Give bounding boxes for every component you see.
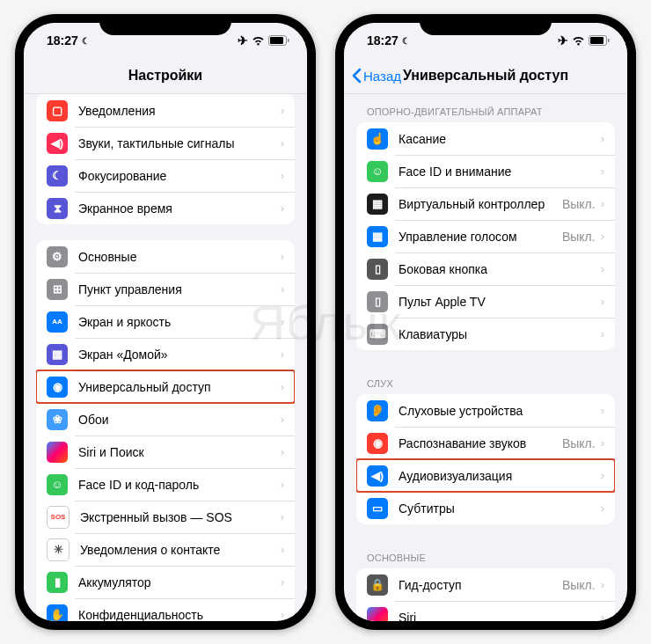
settings-row[interactable]: ✳Уведомления о контакте›: [36, 533, 295, 566]
settings-row[interactable]: ◉Распознавание звуковВыкл.›: [356, 427, 615, 459]
row-label: Управление голосом: [399, 230, 562, 244]
back-label: Назад: [363, 69, 401, 84]
row-label: Гид-доступ: [399, 578, 562, 592]
airplane-icon: ✈︎: [558, 33, 568, 48]
settings-row[interactable]: ▯Пульт Apple TV›: [356, 285, 615, 318]
chevron-right-icon: ›: [281, 250, 284, 263]
settings-row[interactable]: ▦Экран «Домой»›: [36, 338, 295, 370]
chevron-right-icon: ›: [281, 608, 284, 621]
row-label: Слуховые устройства: [399, 404, 601, 418]
phone-left: 18:27 ☾ ✈︎ Настройки ▢Уведомления›◀)Звук…: [15, 14, 316, 630]
settings-row[interactable]: ▦Виртуальный контроллерВыкл.›: [356, 187, 615, 220]
chevron-right-icon: ›: [281, 575, 284, 589]
settings-row[interactable]: ⊞Пункт управления›: [36, 273, 295, 305]
row-value: Выкл.: [562, 230, 596, 244]
face-attention-icon: ☺: [367, 161, 388, 182]
row-label: Касание: [399, 132, 601, 146]
row-label: Аккумулятор: [78, 575, 281, 589]
chevron-right-icon: ›: [281, 413, 284, 426]
row-label: Основные: [78, 250, 281, 264]
settings-row[interactable]: 👂Слуховые устройства›: [356, 394, 615, 427]
settings-group: 👂Слуховые устройства›◉Распознавание звук…: [356, 394, 615, 524]
row-value: Выкл.: [562, 578, 596, 592]
settings-row[interactable]: ◀)Звуки, тактильные сигналы›: [36, 127, 295, 159]
battery-icon: ▮: [47, 572, 68, 593]
siri-access-icon: [367, 607, 388, 622]
keyboards-icon: ⌨: [367, 324, 388, 345]
row-label: Face ID и код-пароль: [78, 478, 281, 492]
battery-icon: [268, 35, 289, 46]
hearing-devices-icon: 👂: [367, 400, 388, 421]
row-label: Обои: [78, 413, 281, 427]
settings-row[interactable]: SOSЭкстренный вызов — SOS›: [36, 501, 295, 533]
chevron-right-icon: ›: [601, 132, 604, 145]
chevron-right-icon: ›: [281, 380, 284, 393]
settings-row[interactable]: ⧗Экранное время›: [36, 192, 295, 224]
row-label: Уведомления: [78, 104, 281, 118]
settings-row[interactable]: ☝Касание›: [356, 122, 615, 155]
apple-tv-remote-icon: ▯: [367, 291, 388, 312]
home-screen-icon: ▦: [47, 344, 68, 365]
side-button-icon: ▯: [367, 259, 388, 280]
row-label: Пункт управления: [78, 282, 281, 296]
chevron-right-icon: ›: [601, 501, 604, 515]
moon-icon: ☾: [402, 36, 410, 46]
settings-row[interactable]: Siri и Поиск›: [36, 435, 295, 468]
row-value: Выкл.: [562, 436, 596, 450]
chevron-right-icon: ›: [281, 478, 284, 491]
row-label: Аудиовизуализация: [399, 469, 601, 483]
settings-row[interactable]: ◀)Аудиовизуализация›: [356, 459, 615, 492]
chevron-right-icon: ›: [601, 578, 604, 591]
row-label: Экстренный вызов — SOS: [80, 510, 281, 524]
row-label: Клавиатуры: [399, 327, 601, 341]
faceid-icon: ☺: [47, 474, 68, 495]
settings-row[interactable]: ☾Фокусирование›: [36, 159, 295, 192]
accessibility-list[interactable]: ОПОРНО-ДВИГАТЕЛЬНЫЙ АППАРАТ☝Касание›☺Fac…: [344, 94, 627, 621]
row-label: Субтитры: [399, 501, 601, 516]
settings-row[interactable]: ✋Конфиденциальность›: [36, 598, 295, 621]
settings-row[interactable]: ▯Боковая кнопка›: [356, 252, 615, 285]
section-header: СЛУХ: [356, 366, 615, 394]
chevron-right-icon: ›: [601, 469, 604, 482]
settings-row[interactable]: ▭Субтитры›: [356, 492, 615, 524]
chevron-right-icon: ›: [601, 611, 604, 621]
settings-row[interactable]: ▢Уведомления›: [36, 94, 295, 127]
settings-list[interactable]: ▢Уведомления›◀)Звуки, тактильные сигналы…: [24, 94, 307, 621]
guided-access-icon: 🔒: [367, 574, 388, 596]
svg-rect-1: [270, 37, 283, 44]
settings-row[interactable]: ◉Универсальный доступ›: [36, 370, 295, 403]
sos-icon: SOS: [47, 506, 69, 529]
status-right: ✈︎: [558, 33, 610, 48]
settings-group: ☝Касание›☺Face ID и внимание›▦Виртуальны…: [356, 122, 615, 350]
chevron-left-icon: [351, 68, 362, 84]
settings-row[interactable]: ▦Управление голосомВыкл.›: [356, 220, 615, 252]
settings-row[interactable]: ⌨Клавиатуры›: [356, 318, 615, 350]
row-label: Боковая кнопка: [399, 262, 601, 276]
settings-row[interactable]: 🔒Гид-доступВыкл.›: [356, 568, 615, 601]
siri-icon: [47, 442, 68, 463]
control-center-icon: ⊞: [47, 279, 68, 300]
privacy-icon: ✋: [47, 604, 68, 622]
screen-right: 18:27 ☾ ✈︎ Назад Универсальный доступ ОП…: [344, 23, 627, 621]
settings-row[interactable]: ▮Аккумулятор›: [36, 566, 295, 598]
chevron-right-icon: ›: [281, 201, 284, 215]
touch-icon: ☝: [367, 128, 388, 150]
row-value: Выкл.: [562, 197, 596, 211]
row-label: Уведомления о контакте: [80, 543, 281, 557]
chevron-right-icon: ›: [281, 104, 284, 117]
notifications-icon: ▢: [47, 100, 68, 121]
sound-recognition-icon: ◉: [367, 433, 388, 454]
settings-row[interactable]: Siri›: [356, 601, 615, 621]
moon-icon: ☾: [82, 36, 90, 46]
chevron-right-icon: ›: [601, 165, 604, 178]
settings-row[interactable]: ❀Обои›: [36, 403, 295, 435]
settings-row[interactable]: ☺Face ID и внимание›: [356, 155, 615, 187]
settings-row[interactable]: AAЭкран и яркость›: [36, 305, 295, 338]
chevron-right-icon: ›: [601, 436, 604, 450]
settings-row[interactable]: ☺Face ID и код-пароль›: [36, 468, 295, 501]
back-button[interactable]: Назад: [351, 68, 401, 84]
svg-rect-2: [288, 39, 289, 42]
settings-row[interactable]: ⚙Основные›: [36, 240, 295, 273]
chevron-right-icon: ›: [281, 348, 284, 361]
row-label: Универсальный доступ: [78, 380, 281, 394]
